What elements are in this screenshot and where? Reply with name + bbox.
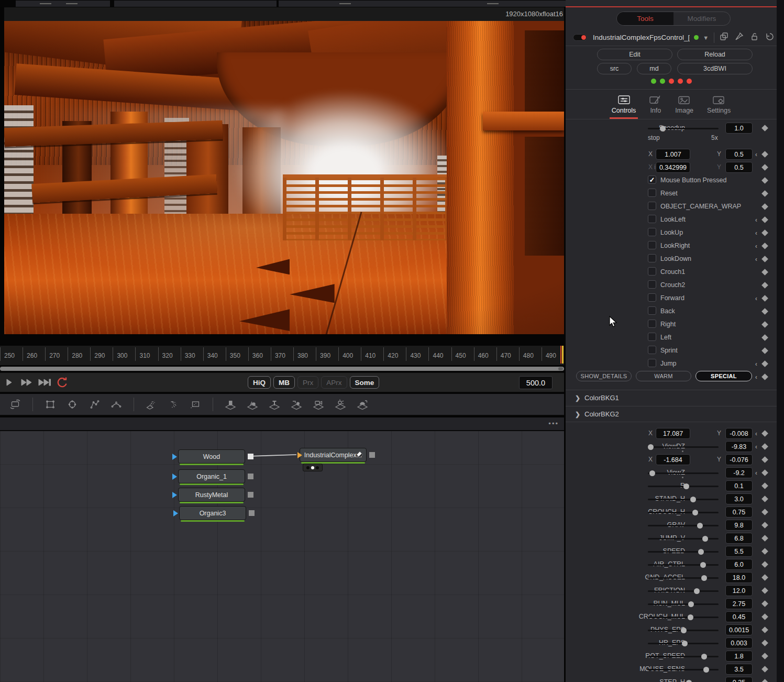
keyframe-diamond-icon[interactable] bbox=[761, 509, 768, 515]
param-value-field[interactable]: 3.5 bbox=[725, 664, 753, 675]
keyframe-diamond-icon[interactable] bbox=[761, 308, 768, 315]
slider-handle[interactable] bbox=[683, 483, 689, 489]
keyframe-prev-icon[interactable]: ‹ bbox=[755, 255, 757, 263]
keyframe-diamond-icon[interactable] bbox=[761, 151, 768, 158]
keyframe-diamond-icon[interactable] bbox=[761, 430, 768, 437]
timeline-tick[interactable]: 370 bbox=[271, 347, 293, 361]
image-plane-3d-icon[interactable] bbox=[223, 398, 238, 411]
keyframe-prev-icon[interactable]: ‹ bbox=[755, 229, 757, 237]
render-range-marker[interactable] bbox=[562, 346, 564, 364]
view-dot-active[interactable] bbox=[311, 466, 314, 469]
keyframe-diamond-icon[interactable] bbox=[761, 321, 768, 328]
spot-light-3d-icon[interactable] bbox=[333, 398, 348, 411]
checkbox[interactable] bbox=[648, 202, 656, 210]
param-value-field[interactable]: 0.35 bbox=[725, 677, 753, 682]
play-button[interactable] bbox=[0, 376, 18, 389]
particle-spawn-icon[interactable] bbox=[165, 398, 181, 411]
keyframe-prev-icon[interactable]: ‹ bbox=[755, 216, 757, 224]
param-slider[interactable] bbox=[648, 128, 719, 129]
timeline-tick[interactable]: 460 bbox=[474, 347, 496, 361]
keyframe-diamond-icon[interactable] bbox=[761, 347, 768, 354]
keyframe-diamond-icon[interactable] bbox=[761, 216, 768, 223]
mode-button-special[interactable]: SPECIAL bbox=[695, 371, 752, 381]
param-value-field[interactable]: 0.003 bbox=[725, 637, 753, 648]
shape-3d-icon[interactable] bbox=[245, 398, 260, 411]
param-slider[interactable] bbox=[648, 669, 719, 670]
param-slider[interactable] bbox=[648, 617, 719, 618]
text-3d-icon[interactable] bbox=[267, 398, 282, 411]
rectangle-mask-icon[interactable] bbox=[42, 398, 58, 411]
checkbox[interactable] bbox=[648, 320, 656, 328]
timeline-tick[interactable]: 260 bbox=[23, 347, 45, 361]
keyframe-prev-icon[interactable]: ‹ bbox=[755, 373, 757, 381]
param-slider[interactable] bbox=[648, 577, 719, 579]
keyframe-diamond-icon[interactable] bbox=[761, 443, 768, 450]
panel-scroll-gutter[interactable] bbox=[777, 0, 784, 682]
keyframe-diamond-icon[interactable] bbox=[761, 282, 768, 289]
param-slider[interactable] bbox=[648, 603, 719, 605]
timeline-tick[interactable]: 430 bbox=[406, 347, 428, 361]
param-y-field[interactable]: -0.076 bbox=[725, 454, 753, 465]
param-value-field[interactable]: 12.0 bbox=[725, 585, 753, 596]
slider-handle[interactable] bbox=[701, 654, 707, 659]
tab-image[interactable]: Image bbox=[675, 92, 693, 119]
keyframe-diamond-icon[interactable] bbox=[761, 164, 768, 171]
keyframe-diamond-icon[interactable] bbox=[761, 256, 768, 262]
go-to-end-button[interactable] bbox=[36, 376, 53, 389]
panel-tab-modifiers[interactable]: Modifiers bbox=[673, 12, 730, 25]
slider-handle[interactable] bbox=[686, 680, 692, 682]
tab-settings[interactable]: Settings bbox=[707, 92, 731, 119]
checkbox[interactable] bbox=[648, 241, 656, 249]
group-header-colorbkg1[interactable]: ❯ColorBKG1 bbox=[566, 390, 777, 406]
node-input-blue[interactable] bbox=[172, 474, 177, 480]
timeline-tick[interactable]: 320 bbox=[158, 347, 181, 361]
slider-handle[interactable] bbox=[694, 588, 700, 594]
param-value-field[interactable]: 9.8 bbox=[725, 520, 753, 531]
tab-info[interactable]: Info bbox=[649, 92, 661, 119]
param-slider[interactable] bbox=[648, 630, 719, 631]
keyframe-diamond-icon[interactable] bbox=[761, 469, 768, 476]
node-organic-1[interactable]: Organic_1 bbox=[178, 469, 245, 483]
param-x-field[interactable]: 0.342999 bbox=[656, 162, 690, 173]
keyframe-diamond-icon[interactable] bbox=[761, 334, 768, 341]
slider-handle[interactable] bbox=[682, 641, 688, 646]
param-x-field[interactable]: -1.684 bbox=[656, 454, 690, 465]
keyframe-diamond-icon[interactable] bbox=[761, 295, 768, 302]
keyframe-diamond-icon[interactable] bbox=[761, 640, 768, 646]
param-value-field[interactable]: 6.8 bbox=[725, 533, 753, 544]
keyframe-diamond-icon[interactable] bbox=[761, 373, 768, 380]
timeline-tick[interactable]: 390 bbox=[316, 347, 338, 361]
param-value-field[interactable]: 0.0015 bbox=[725, 624, 753, 635]
node-view-dots[interactable] bbox=[303, 464, 323, 471]
param-y-field[interactable]: 0.5 bbox=[725, 149, 753, 160]
node-input-yellow[interactable] bbox=[297, 452, 302, 458]
node-organic3[interactable]: Organic3 bbox=[179, 506, 246, 520]
node-rustymetal[interactable]: RustyMetal bbox=[178, 488, 245, 502]
timeline-tick[interactable]: 300 bbox=[113, 347, 135, 361]
param-value-field[interactable]: 2.75 bbox=[725, 598, 753, 609]
duplicate-icon[interactable] bbox=[720, 32, 728, 43]
keyframe-prev-icon[interactable]: ‹ bbox=[755, 360, 757, 368]
timeline-tick[interactable]: 280 bbox=[68, 347, 90, 361]
timeline-tick[interactable]: 330 bbox=[181, 347, 203, 361]
keyframe-diamond-icon[interactable] bbox=[761, 456, 768, 463]
slider-handle[interactable] bbox=[700, 562, 706, 568]
status-dot-red[interactable] bbox=[669, 79, 674, 84]
keyframe-diamond-icon[interactable] bbox=[761, 535, 768, 542]
param-value-field[interactable]: 5.5 bbox=[725, 546, 753, 557]
keyframe-prev-icon[interactable]: ‹ bbox=[755, 294, 757, 302]
param-slider[interactable] bbox=[648, 499, 719, 500]
timeline-tick[interactable]: 450 bbox=[451, 347, 474, 361]
quality-button-prx[interactable]: Prx bbox=[297, 376, 318, 389]
script-button-src[interactable]: src bbox=[597, 63, 632, 74]
timeline-ruler[interactable]: 2502602702802903003103203303403503603703… bbox=[0, 346, 564, 365]
node-wood[interactable]: Wood bbox=[178, 449, 245, 464]
checkbox[interactable] bbox=[648, 215, 656, 223]
history-icon[interactable] bbox=[765, 32, 774, 43]
keyframe-diamond-icon[interactable] bbox=[761, 522, 768, 529]
timeline-tick[interactable]: 470 bbox=[496, 347, 519, 361]
param-slider[interactable] bbox=[648, 538, 719, 540]
script-button-3cdbwi[interactable]: 3cdBWI bbox=[677, 63, 753, 74]
param-value-field[interactable]: 1.0 bbox=[725, 123, 753, 134]
checkbox-checked[interactable]: ✓ bbox=[648, 175, 656, 184]
